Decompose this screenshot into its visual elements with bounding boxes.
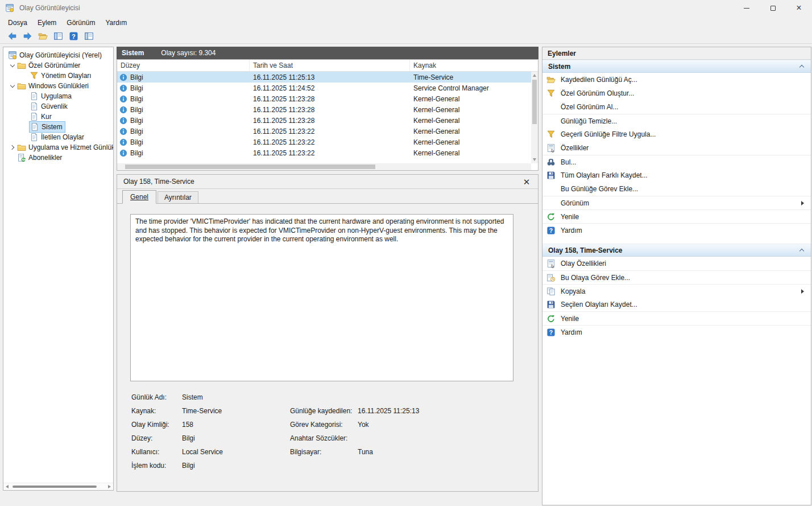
field-value: 158 — [182, 418, 290, 431]
action-attach-task-to-event[interactable]: Bu Olaya Görev Ekle... — [542, 270, 811, 284]
info-icon — [119, 127, 127, 135]
action-event-properties[interactable]: Olay Özellikleri — [542, 257, 811, 270]
actions-section-header-sistem[interactable]: Sistem — [542, 60, 811, 73]
event-list-horizontal-scrollbar[interactable] — [117, 163, 531, 170]
action-view[interactable]: Görünüm — [542, 196, 811, 209]
tree-item-security[interactable]: Güvenlik — [3, 101, 113, 112]
action-refresh[interactable]: Yenile — [542, 209, 811, 223]
field-value: Time-Service — [182, 404, 290, 418]
chevron-down-icon[interactable] — [8, 81, 17, 90]
tree-item-admin-events[interactable]: Yönetim Olayları — [3, 71, 113, 81]
action-import-custom-view[interactable]: Özel Görünüm Al... — [542, 100, 811, 114]
tree-item-application[interactable]: Uygulama — [3, 91, 113, 101]
info-icon — [119, 149, 127, 157]
event-row[interactable]: Bilgi 16.11.2025 11:24:52 Service Contro… — [117, 83, 531, 93]
refresh-icon — [546, 314, 556, 323]
menu-item-dosya[interactable]: Dosya — [3, 17, 32, 28]
help-icon — [546, 328, 556, 337]
forward-button[interactable] — [21, 30, 34, 43]
icon-spacer — [546, 184, 556, 194]
submenu-arrow-icon — [801, 201, 804, 205]
scrollbar-thumb[interactable] — [532, 80, 537, 124]
scroll-right-icon[interactable] — [108, 485, 111, 488]
event-row[interactable]: Bilgi 16.11.2025 11:23:22 Kernel-General — [117, 126, 531, 137]
chevron-right-icon[interactable] — [8, 143, 17, 152]
tree-horizontal-scrollbar[interactable] — [3, 483, 113, 490]
tree-item-system[interactable]: Sistem — [3, 122, 113, 132]
action-create-custom-view[interactable]: Özel Görünüm Oluştur... — [542, 87, 811, 100]
menu-item-eylem[interactable]: Eylem — [32, 17, 61, 28]
action-save-selected-events[interactable]: Seçilen Olayları Kaydet... — [542, 298, 811, 311]
tab-general[interactable]: Genel — [122, 190, 156, 204]
column-header-duzey[interactable]: Düzey — [117, 60, 250, 71]
field-label: İşlem kodu: — [131, 459, 182, 472]
chevron-spacer — [8, 153, 17, 162]
column-header-tarih-ve-saat[interactable]: Tarih ve Saat — [250, 60, 410, 71]
icon-spacer — [546, 102, 556, 112]
app-icon — [5, 3, 14, 13]
event-viewer-window: Olay Görüntüleyicisi × Dosya Eylem Görün… — [0, 0, 812, 44]
action-help-event[interactable]: Yardım — [542, 325, 811, 339]
event-row[interactable]: Bilgi 16.11.2025 11:25:13 Time-Service — [117, 72, 531, 83]
scroll-up-icon[interactable] — [533, 74, 536, 77]
tree-item-custom-views[interactable]: Özel Görünümler — [3, 60, 113, 71]
scrollbar-thumb[interactable] — [13, 486, 97, 488]
field-label: Kullanıcı: — [131, 445, 182, 459]
action-filter-current-log[interactable]: Geçerli Günlüğe Filtre Uygula... — [542, 127, 811, 141]
tree-item-apps-services-logs[interactable]: Uygulama ve Hizmet Günlükleri — [3, 142, 113, 153]
action-copy[interactable]: Kopyala — [542, 284, 811, 298]
scrollbar-thumb[interactable] — [125, 164, 375, 169]
event-row[interactable]: Bilgi 16.11.2025 11:23:28 Kernel-General — [117, 115, 531, 126]
action-open-saved-log[interactable]: Kaydedilen Günlüğü Aç... — [542, 73, 811, 87]
menu-item-yardim[interactable]: Yardım — [100, 17, 132, 28]
tab-details[interactable]: Ayrıntılar — [158, 191, 198, 203]
folder-icon — [17, 81, 26, 90]
action-help[interactable]: Yardım — [542, 223, 811, 237]
action-clear-log[interactable]: Günlüğü Temizle... — [542, 114, 811, 127]
window-title: Olay Görüntüleyicisi — [19, 4, 80, 12]
event-row[interactable]: Bilgi 16.11.2025 11:23:28 Kernel-General — [117, 93, 531, 104]
action-refresh-event[interactable]: Yenile — [542, 311, 811, 325]
log-icon — [30, 92, 39, 101]
console-tree-toggle-button[interactable] — [52, 30, 64, 43]
collapse-chevron-icon[interactable] — [798, 247, 805, 254]
action-find[interactable]: Bul... — [542, 155, 811, 168]
chevron-down-icon[interactable] — [8, 61, 17, 70]
minimize-icon — [744, 8, 749, 9]
menu-item-gorunum[interactable]: Görünüm — [61, 17, 100, 28]
close-preview-icon[interactable]: ✕ — [521, 178, 532, 186]
close-icon: × — [796, 3, 801, 13]
title-bar: Olay Görüntüleyicisi × — [0, 0, 812, 16]
minimize-button[interactable] — [734, 0, 760, 16]
open-saved-log-button[interactable] — [36, 30, 49, 43]
center-panel: Sistem Olay sayısı: 9.304 Düzey Tarih ve… — [117, 47, 538, 492]
console-tree-panel: Olay Görüntüleyicisi (Yerel) Özel Görünü… — [3, 47, 114, 491]
action-properties[interactable]: Özellikler — [542, 141, 811, 155]
close-button[interactable]: × — [786, 0, 812, 16]
event-list-vertical-scrollbar[interactable] — [531, 72, 538, 163]
scroll-down-icon[interactable] — [533, 158, 536, 161]
action-save-all-events[interactable]: Tüm Olayları Farklı Kaydet... — [542, 168, 811, 182]
field-value: 16.11.2025 11:25:13 — [358, 404, 512, 418]
tree-item-windows-logs[interactable]: Windows Günlükleri — [3, 81, 113, 91]
column-header-kaynak[interactable]: Kaynak — [410, 60, 531, 71]
back-button[interactable] — [6, 30, 18, 43]
action-attach-task-to-log[interactable]: Bu Günlüğe Görev Ekle... — [542, 182, 811, 196]
tree-item-subscriptions[interactable]: Abonelikler — [3, 153, 113, 163]
field-label: Kaynak: — [131, 404, 182, 418]
help-button[interactable] — [67, 30, 80, 43]
event-row[interactable]: Bilgi 16.11.2025 11:23:28 Kernel-General — [117, 104, 531, 115]
action-pane-toggle-button[interactable] — [82, 30, 95, 43]
detail-title-bar: Olay 158, Time-Service ✕ — [117, 175, 538, 189]
actions-section-header-event[interactable]: Olay 158, Time-Service — [542, 244, 811, 257]
tree-item-event-viewer-local[interactable]: Olay Görüntüleyicisi (Yerel) — [3, 50, 113, 60]
event-message: The time provider 'VMICTimeProvider' has… — [130, 214, 513, 381]
tree-item-forwarded-events[interactable]: İletilen Olaylar — [3, 132, 113, 142]
scroll-left-icon[interactable] — [6, 485, 9, 488]
collapse-chevron-icon[interactable] — [798, 63, 805, 70]
tree-item-setup[interactable]: Kur — [3, 112, 113, 122]
event-row[interactable]: Bilgi 16.11.2025 11:23:22 Kernel-General — [117, 137, 531, 147]
maximize-button[interactable] — [760, 0, 786, 16]
toolbar — [0, 29, 812, 44]
event-row[interactable]: Bilgi 16.11.2025 11:23:22 Kernel-General — [117, 147, 531, 158]
